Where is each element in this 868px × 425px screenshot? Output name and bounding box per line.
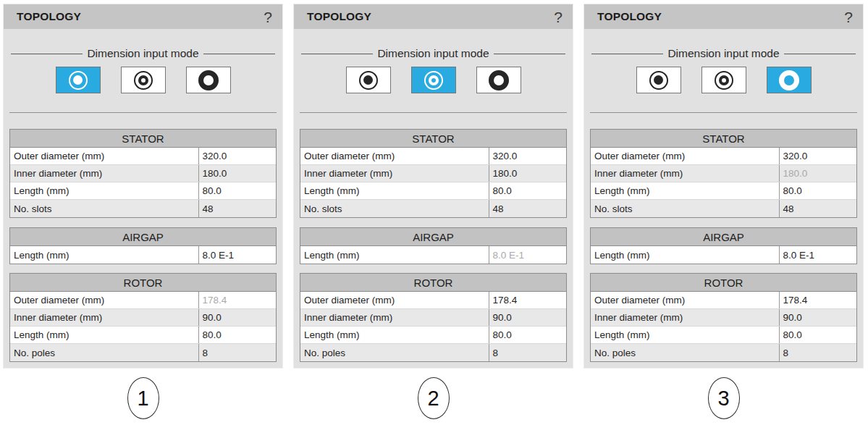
figure-number-badge: 1 (127, 377, 159, 419)
mode-button-ring[interactable] (767, 67, 812, 93)
help-icon[interactable]: ? (264, 9, 272, 25)
concentric-circles-icon (134, 71, 153, 90)
row-value-field[interactable]: 8.0 E-1 (780, 246, 856, 264)
row-label: Length (mm) (591, 182, 780, 199)
row-value-field[interactable]: 80.0 (199, 327, 276, 343)
mode-button-group (4, 67, 282, 93)
rotor-table-title: ROTOR (591, 274, 856, 292)
figure-number-badge: 3 (708, 377, 740, 419)
table-row: Length (mm) 8.0 E-1 (10, 246, 276, 264)
row-label: Length (mm) (591, 246, 780, 264)
row-label: Outer diameter (mm) (300, 148, 489, 164)
row-value-field[interactable]: 80.0 (489, 182, 566, 199)
dimension-input-mode-label: Dimension input mode (663, 47, 783, 60)
row-value-field[interactable]: 8 (489, 344, 566, 361)
concentric-circles-icon (715, 71, 733, 90)
row-value-field[interactable]: 8 (780, 344, 856, 361)
row-value-field[interactable]: 8 (199, 344, 276, 361)
row-value-field[interactable]: 320.0 (199, 148, 276, 164)
mode-button-inner-dot[interactable] (636, 67, 681, 93)
table-row: Outer diameter (mm) 178.4 (300, 292, 566, 309)
row-value-field[interactable]: 80.0 (489, 327, 566, 343)
help-icon[interactable]: ? (554, 9, 562, 25)
row-value-field[interactable]: 178.4 (489, 292, 566, 308)
row-value-field[interactable]: 8.0 E-1 (199, 246, 276, 264)
panels-row: TOPOLOGY ? Dimension input mode (0, 0, 868, 419)
row-label: No. slots (591, 200, 780, 217)
row-label: Length (mm) (591, 327, 780, 343)
airgap-table-title: AIRGAP (300, 228, 566, 246)
dimension-input-mode-legend: Dimension input mode (11, 47, 275, 60)
mode-button-ring[interactable] (186, 67, 231, 93)
table-row: No. slots 48 (591, 200, 856, 217)
panel-header: TOPOLOGY ? (4, 4, 282, 29)
rotor-table: ROTOR Outer diameter (mm) 178.4 Inner di… (9, 273, 277, 362)
row-value-field[interactable]: 80.0 (780, 182, 856, 199)
legend-line-right (203, 54, 275, 54)
stator-table: STATOR Outer diameter (mm) 320.0 Inner d… (9, 129, 277, 218)
row-value-field[interactable]: 320.0 (780, 148, 856, 164)
row-value-field[interactable]: 90.0 (780, 309, 856, 326)
row-label: No. slots (300, 200, 489, 217)
row-value-field[interactable]: 90.0 (489, 309, 566, 326)
table-row: Inner diameter (mm) 180.0 (300, 165, 566, 182)
row-value-field[interactable]: 180.0 (199, 165, 276, 182)
stator-table-title: STATOR (300, 130, 566, 148)
table-row: Length (mm) 80.0 (10, 182, 276, 200)
row-label: Outer diameter (mm) (300, 292, 489, 308)
figure-number-badge: 2 (418, 377, 450, 419)
airgap-table-title: AIRGAP (10, 228, 276, 246)
row-label: Inner diameter (mm) (300, 165, 489, 182)
panel-title: TOPOLOGY (597, 10, 662, 23)
table-row: Inner diameter (mm) 180.0 (591, 165, 856, 182)
topology-panel-3: TOPOLOGY ? Dimension input mode (584, 4, 863, 368)
topology-panel-1: TOPOLOGY ? Dimension input mode (4, 4, 282, 368)
stator-table: STATOR Outer diameter (mm) 320.0 Inner d… (300, 129, 567, 218)
help-icon[interactable]: ? (844, 9, 853, 25)
mode-button-concentric[interactable] (121, 67, 166, 93)
panel-column-2: TOPOLOGY ? Dimension input mode (294, 4, 573, 419)
legend-line-left (591, 54, 663, 54)
row-value-field[interactable]: 80.0 (199, 182, 276, 199)
table-row: No. poles 8 (300, 344, 566, 361)
row-value-field[interactable]: 178.4 (780, 292, 856, 308)
legend-line-left (11, 54, 83, 54)
mode-button-group (294, 67, 573, 93)
rotor-table-title: ROTOR (300, 274, 566, 292)
mode-button-group (584, 67, 863, 93)
mode-button-concentric[interactable] (701, 67, 746, 93)
dimension-input-mode-legend: Dimension input mode (301, 47, 565, 60)
row-value-field[interactable]: 48 (199, 200, 276, 217)
row-label: No. slots (10, 200, 199, 217)
panel-column-3: TOPOLOGY ? Dimension input mode (584, 4, 863, 419)
mode-button-inner-dot[interactable] (56, 67, 101, 93)
thick-ring-icon (779, 70, 799, 91)
row-value-field[interactable]: 90.0 (199, 309, 276, 326)
mode-button-concentric[interactable] (411, 67, 456, 93)
dimension-input-mode-legend: Dimension input mode (591, 47, 856, 60)
row-label: Inner diameter (mm) (10, 165, 199, 182)
table-row: Outer diameter (mm) 320.0 (591, 148, 856, 165)
row-label: Length (mm) (300, 246, 489, 264)
row-label: Outer diameter (mm) (10, 292, 199, 308)
row-value-field: 178.4 (199, 292, 276, 308)
table-row: Length (mm) 8.0 E-1 (300, 246, 566, 264)
separator-line (300, 112, 567, 113)
row-value-field[interactable]: 48 (780, 200, 856, 217)
row-value-field[interactable]: 48 (489, 200, 566, 217)
table-row: Inner diameter (mm) 90.0 (10, 309, 276, 327)
rotor-table-title: ROTOR (10, 274, 276, 292)
row-label: Inner diameter (mm) (10, 309, 199, 326)
table-row: Outer diameter (mm) 320.0 (10, 148, 276, 165)
table-row: Length (mm) 80.0 (591, 327, 856, 344)
mode-button-ring[interactable] (476, 67, 521, 93)
mode-button-inner-dot[interactable] (346, 67, 391, 93)
table-row: No. poles 8 (10, 344, 276, 361)
row-value-field[interactable]: 80.0 (780, 327, 856, 343)
table-row: Inner diameter (mm) 90.0 (591, 309, 856, 327)
row-value-field[interactable]: 180.0 (489, 165, 566, 182)
row-value-field: 180.0 (780, 165, 856, 182)
row-value-field[interactable]: 320.0 (489, 148, 566, 164)
thick-ring-icon (489, 70, 509, 91)
row-label: Inner diameter (mm) (591, 309, 780, 326)
